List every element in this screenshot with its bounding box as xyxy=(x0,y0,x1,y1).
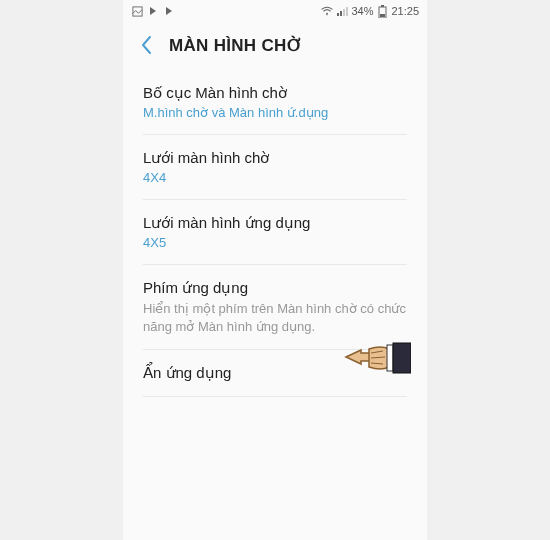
battery-percent: 34% xyxy=(351,5,373,17)
item-apps-grid[interactable]: Lưới màn hình ứng dụng 4X5 xyxy=(123,200,427,264)
item-title: Phím ứng dụng xyxy=(143,279,407,297)
item-title: Bố cục Màn hình chờ xyxy=(143,84,407,102)
svg-rect-7 xyxy=(381,5,384,7)
battery-icon xyxy=(376,5,388,17)
svg-rect-3 xyxy=(340,11,342,16)
gallery-icon xyxy=(131,5,143,17)
item-home-grid[interactable]: Lưới màn hình chờ 4X4 xyxy=(123,135,427,199)
page-title: MÀN HÌNH CHỜ xyxy=(169,35,303,56)
play-icon xyxy=(147,5,159,17)
item-apps-button[interactable]: Phím ứng dụng Hiển thị một phím trên Màn… xyxy=(123,265,427,349)
item-value: 4X5 xyxy=(143,235,407,250)
svg-rect-2 xyxy=(337,13,339,16)
svg-rect-8 xyxy=(380,14,385,17)
item-layout-home[interactable]: Bố cục Màn hình chờ M.hình chờ và Màn hì… xyxy=(123,70,427,134)
wifi-icon xyxy=(321,5,333,17)
item-title: Lưới màn hình ứng dụng xyxy=(143,214,407,232)
svg-point-1 xyxy=(327,13,329,15)
item-value: 4X4 xyxy=(143,170,407,185)
item-value: M.hình chờ và Màn hình ứ.dụng xyxy=(143,105,407,120)
signal-icon xyxy=(336,5,348,17)
svg-rect-4 xyxy=(343,9,345,16)
item-title: Ẩn ứng dụng xyxy=(143,364,407,382)
play-icon-2 xyxy=(163,5,175,17)
header: MÀN HÌNH CHỜ xyxy=(123,22,427,70)
divider xyxy=(143,396,407,397)
back-button[interactable] xyxy=(139,34,153,56)
item-hide-apps[interactable]: Ẩn ứng dụng xyxy=(123,350,427,396)
clock-time: 21:25 xyxy=(391,5,419,17)
settings-list: Bố cục Màn hình chờ M.hình chờ và Màn hì… xyxy=(123,70,427,397)
svg-rect-5 xyxy=(346,7,348,16)
status-bar: 34% 21:25 xyxy=(123,0,427,22)
item-title: Lưới màn hình chờ xyxy=(143,149,407,167)
item-description: Hiển thị một phím trên Màn hình chờ có c… xyxy=(143,300,407,335)
